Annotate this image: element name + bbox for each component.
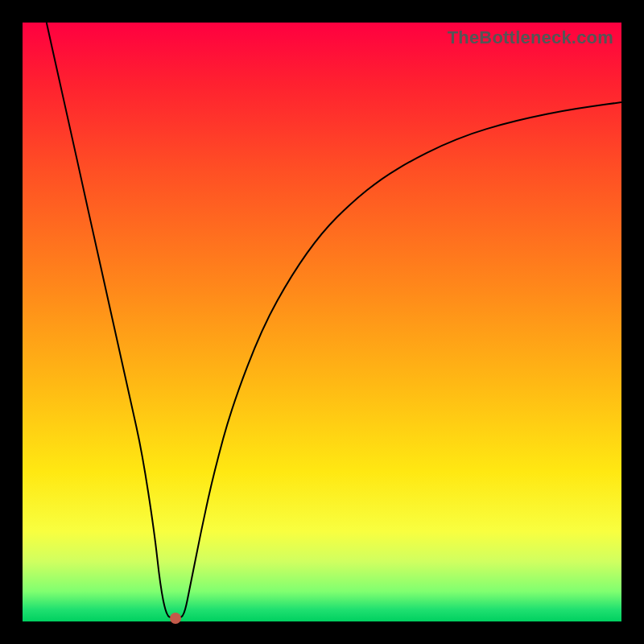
bottleneck-curve — [23, 23, 621, 621]
chart-frame: TheBottleneck.com — [0, 0, 644, 644]
plot-area: TheBottleneck.com — [23, 23, 621, 621]
optimum-marker — [170, 613, 181, 624]
curve-path — [47, 23, 621, 618]
